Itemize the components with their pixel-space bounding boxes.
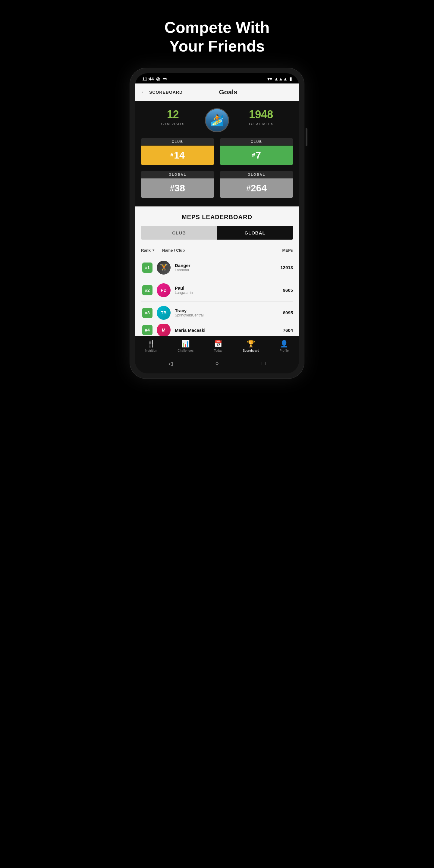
global-visits-number: 38: [175, 183, 185, 194]
stats-top-row: 12 GYM VISITS 1948 TOTAL MEPS: [141, 108, 293, 132]
player-name-3: Tracy: [175, 308, 275, 313]
page-wrapper: Compete WithYour Friends 11:44 ◎ ▭ ▾▾ ▲▲…: [108, 0, 326, 391]
nav-item-challenges[interactable]: 📊 Challenges: [178, 340, 193, 352]
total-meps-number: 1948: [249, 108, 273, 121]
club-visits-label: CLUB: [141, 138, 214, 145]
player-info-1: Danger Labrador: [175, 263, 275, 272]
table-row: #1 🏋 Danger Labrador 12913: [141, 256, 293, 279]
home-gesture[interactable]: ○: [213, 359, 221, 368]
circle-icon: ◎: [156, 76, 160, 82]
status-bar: 11:44 ◎ ▭ ▾▾ ▲▲▲ ▮: [135, 73, 299, 84]
global-meps-hash: #: [246, 184, 251, 193]
today-icon: 📅: [214, 340, 222, 348]
tab-global[interactable]: GLOBAL: [217, 226, 293, 240]
nav-label-challenges: Challenges: [178, 349, 193, 352]
nav-item-today[interactable]: 📅 Today: [214, 340, 222, 352]
status-left: 11:44 ◎ ▭: [142, 76, 167, 82]
rank-badge-1: #1: [142, 262, 153, 273]
player-club-2: Langwarrin: [175, 290, 275, 295]
rank-sort-icon: ▼: [152, 248, 155, 252]
col-name-header: Name / Club: [162, 248, 272, 253]
signal-icon: ▲▲▲: [274, 76, 287, 82]
avatar-image: [206, 109, 228, 131]
global-meps-label: GLOBAL: [220, 171, 293, 178]
phone-nav-bar: ◁ ○ □: [135, 355, 299, 373]
avatar-tracy: TB: [157, 306, 170, 320]
back-gesture[interactable]: ◁: [166, 359, 175, 368]
side-button: [306, 128, 307, 146]
global-visits-hash: #: [170, 184, 175, 193]
player-score-2: 9605: [275, 287, 293, 293]
phone-frame: 11:44 ◎ ▭ ▾▾ ▲▲▲ ▮ ← SCOREBOARD Goals: [130, 68, 304, 379]
club-visits-rank: # 14: [141, 146, 214, 165]
avatar-initials-tracy: TB: [161, 310, 167, 315]
table-row: #3 TB Tracy SpringfieldCentral 8995: [141, 302, 293, 324]
scoreboard-icon: 🏆: [247, 340, 255, 348]
rank-badge-4: #4: [142, 325, 153, 335]
wifi-icon: ▾▾: [267, 76, 272, 82]
gym-visits-number: 12: [167, 108, 179, 121]
phone-screen: 11:44 ◎ ▭ ▾▾ ▲▲▲ ▮ ← SCOREBOARD Goals: [135, 73, 299, 373]
battery-icon: ▮: [289, 76, 292, 82]
total-meps-label: TOTAL MEPS: [249, 122, 274, 126]
player-name-2: Paul: [175, 285, 275, 290]
table-row: #2 PD Paul Langwarrin 9605: [141, 279, 293, 302]
player-club-3: SpringfieldCentral: [175, 313, 275, 317]
leaderboard-section: MEPS LEADERBOARD CLUB GLOBAL Rank ▼ Name…: [135, 207, 299, 336]
back-label: SCOREBOARD: [149, 90, 183, 95]
nav-label-scoreboard: Scoreboard: [243, 349, 259, 352]
nav-item-scoreboard[interactable]: 🏆 Scoreboard: [243, 340, 259, 352]
total-meps-col: 1948 TOTAL MEPS: [229, 108, 293, 126]
profile-icon: 👤: [280, 340, 288, 348]
club-meps-block: CLUB # 7: [220, 138, 293, 165]
player-info-3: Tracy SpringfieldCentral: [175, 308, 275, 317]
player-score-4: 7604: [275, 328, 293, 333]
nav-item-nutrition[interactable]: 🍴 Nutrition: [145, 340, 157, 352]
sd-icon: ▭: [162, 76, 167, 82]
global-meps-number: 264: [251, 183, 267, 194]
status-right: ▾▾ ▲▲▲ ▮: [267, 76, 292, 82]
col-meps-header: MEPs: [272, 248, 293, 253]
player-score-1: 12913: [275, 265, 293, 270]
back-button[interactable]: ← SCOREBOARD: [141, 89, 183, 95]
table-row: #4 M Maria Macaski 7604: [141, 324, 293, 336]
nav-label-nutrition: Nutrition: [145, 349, 157, 352]
tab-club[interactable]: CLUB: [141, 226, 217, 240]
club-meps-number: 7: [255, 150, 261, 161]
gym-visits-col: 12 GYM VISITS: [141, 108, 205, 126]
club-rank-row: CLUB # 14 CLUB # 7: [141, 138, 293, 165]
challenges-icon: 📊: [181, 340, 190, 348]
player-info-2: Paul Langwarrin: [175, 285, 275, 295]
avatar-col: [205, 108, 229, 132]
nutrition-icon: 🍴: [147, 340, 155, 348]
nav-label-profile: Profile: [280, 349, 289, 352]
header-title: Goals: [187, 88, 269, 96]
table-header: Rank ▼ Name / Club MEPs: [141, 246, 293, 255]
global-visits-rank: # 38: [141, 179, 214, 198]
avatar-initials-paul: PD: [161, 288, 166, 293]
avatar-icon-danger: 🏋: [160, 264, 168, 272]
club-meps-hash: #: [252, 152, 255, 158]
gym-visits-label: GYM VISITS: [161, 122, 185, 126]
back-arrow-icon: ←: [141, 89, 147, 95]
nav-item-profile[interactable]: 👤 Profile: [280, 340, 289, 352]
player-name-1: Danger: [175, 263, 275, 268]
bottom-nav: 🍴 Nutrition 📊 Challenges 📅 Today 🏆 Score…: [135, 336, 299, 355]
player-score-3: 8995: [275, 310, 293, 315]
global-rank-row: GLOBAL # 38 GLOBAL # 264: [141, 171, 293, 198]
recents-gesture[interactable]: □: [259, 359, 268, 368]
player-name-4: Maria Macaski: [175, 328, 275, 333]
global-visits-label: GLOBAL: [141, 171, 214, 178]
leaderboard-title: MEPS LEADERBOARD: [141, 214, 293, 221]
nav-label-today: Today: [214, 349, 222, 352]
player-info-4: Maria Macaski: [175, 328, 275, 333]
club-visits-number: 14: [174, 150, 185, 161]
global-visits-block: GLOBAL # 38: [141, 171, 214, 198]
user-avatar: [205, 108, 229, 132]
avatar-maria: M: [157, 324, 170, 336]
rank-badge-2: #2: [142, 285, 153, 296]
player-club-1: Labrador: [175, 268, 275, 272]
tab-row: CLUB GLOBAL: [141, 226, 293, 240]
club-meps-rank: # 7: [220, 146, 293, 165]
club-visits-block: CLUB # 14: [141, 138, 214, 165]
